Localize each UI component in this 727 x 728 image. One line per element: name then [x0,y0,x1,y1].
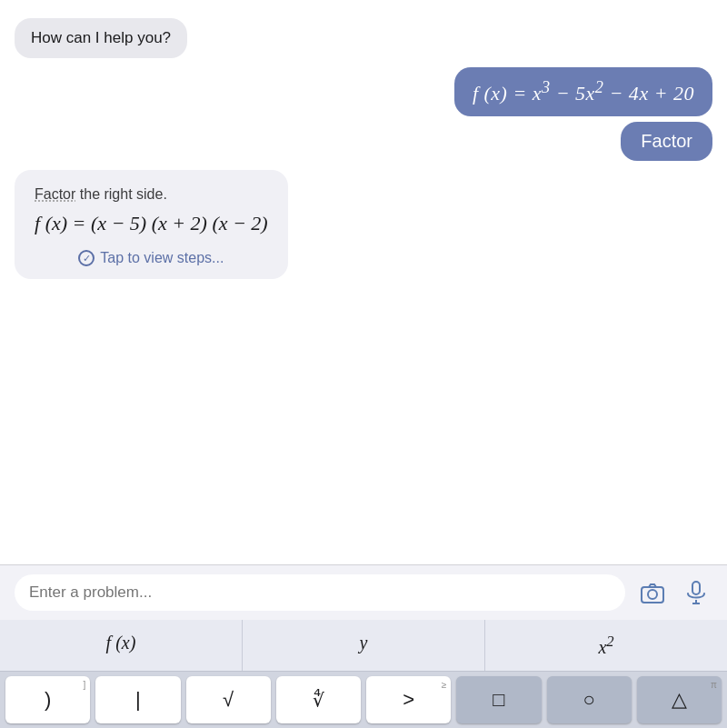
chat-area: How can I help you? f (x) = x3 − 5x2 − 4… [0,0,727,564]
key-triangle[interactable]: π △ [637,676,722,723]
user-messages: f (x) = x3 − 5x2 − 4x + 20 Factor [454,67,712,161]
user-factor-bubble: Factor [621,122,712,161]
key-nthroot[interactable]: ∜ [276,676,361,723]
tap-steps-text: Tap to view steps... [100,250,224,266]
key-sqrt[interactable]: √ [186,676,271,723]
key-fx[interactable]: f (x) [0,620,243,671]
input-area [0,564,727,620]
key-square[interactable]: □ [456,676,541,723]
key-circle[interactable]: ○ [547,676,632,723]
key-x2[interactable]: x2 [485,620,727,671]
keyboard-top-row: f (x) y x2 [0,620,727,672]
formula-text: f (x) = x3 − 5x2 − 4x + 20 [473,82,694,105]
user-formula-bubble: f (x) = x3 − 5x2 − 4x + 20 [454,67,712,116]
factor-line: Factor the right side. [35,186,268,203]
problem-input[interactable] [15,574,625,611]
bot-greeting-bubble: How can I help you? [15,18,187,58]
tap-steps-button[interactable]: ✓ Tap to view steps... [35,250,268,266]
factor-rest: the right side. [75,186,167,202]
camera-button[interactable] [636,576,669,609]
user-factor-text: Factor [641,131,692,151]
svg-point-1 [648,590,657,599]
key-pipe[interactable]: | [95,676,180,723]
key-y[interactable]: y [243,620,485,671]
key-greater[interactable]: ≥ > [366,676,451,723]
factor-underline: Factor [35,186,75,202]
math-result: f (x) = (x − 5) (x + 2) (x − 2) [35,212,268,235]
tap-steps-icon: ✓ [78,250,95,266]
svg-rect-2 [692,582,700,594]
keyboard-main-row: ] ) | √ ∜ ≥ > □ ○ π △ [0,672,727,728]
keyboard-area: f (x) y x2 ] ) | √ ∜ ≥ > □ ○ [0,620,727,728]
microphone-button[interactable] [680,576,712,609]
key-paren-close[interactable]: ] ) [5,676,90,723]
bot-greeting-text: How can I help you? [31,29,171,46]
response-bubble: Factor the right side. f (x) = (x − 5) (… [15,170,288,279]
